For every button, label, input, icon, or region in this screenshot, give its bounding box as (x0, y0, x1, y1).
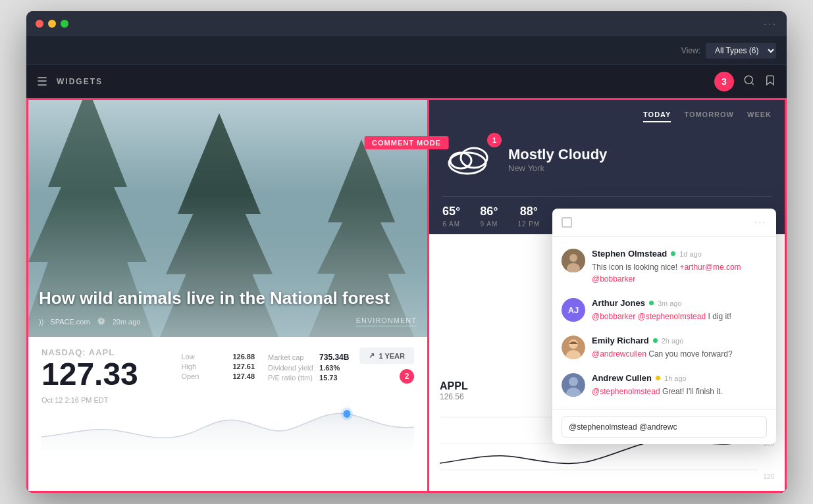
weather-tabs: TODAY TOMORROW WEEK (442, 111, 772, 122)
comment-panel: ··· (552, 209, 776, 444)
status-dot-arthur (649, 301, 654, 305)
stock-stats: Low 126.88 High 127.61 Open (181, 353, 349, 384)
mention-bobbarker-1: @bobbarker (592, 274, 635, 284)
svg-point-3 (341, 407, 354, 420)
widgets-label: WIDGETS (57, 77, 103, 86)
pe-value: 15.73 (319, 374, 338, 382)
text-arthur: @bobbarker @stephenolmstead I dig it! (592, 311, 767, 322)
high-row: High 127.61 (181, 363, 255, 370)
article-footer: )) SPACE.com 🕐 20m ago ENVIRONMENT (39, 316, 417, 326)
menu-icon[interactable]: ··· (764, 18, 777, 29)
stock-price: 127.33 (41, 357, 138, 392)
view-label: View: (681, 46, 700, 55)
avatar-stephen (562, 249, 585, 272)
more-options-icon[interactable]: ··· (754, 216, 767, 228)
stat-group-left: Low 126.88 High 127.61 Open (181, 353, 255, 382)
weather-info: Mostly Cloudy New York (508, 146, 607, 173)
close-dot[interactable] (36, 20, 43, 28)
bookmark-icon[interactable] (764, 74, 776, 89)
comment-meta-emily: Emily Richard 2h ago (592, 336, 767, 345)
avatar-arthur: AJ (562, 298, 585, 322)
comment-list: Stephen Olmstead 1d ago This icon is loo… (552, 237, 776, 409)
high-value: 127.61 (232, 363, 255, 370)
svg-point-0 (745, 76, 752, 84)
avatar-emily (562, 336, 585, 359)
author-arthur: Arthur Jones (592, 298, 645, 308)
app-window: ··· View: All Types (6) COMMENT MODE ☰ W… (26, 11, 787, 493)
comment-body-emily: Emily Richard 2h ago @andrewcullen Can y… (592, 336, 767, 360)
time-andrew: 1h ago (664, 374, 687, 382)
weather-badge: 1 (487, 133, 502, 147)
comment-mode-banner: COMMENT MODE (364, 136, 449, 149)
time-stephen: 1d ago (679, 250, 702, 258)
tab-tomorrow[interactable]: TOMORROW (684, 111, 734, 122)
comment-item: Stephen Olmstead 1d ago This icon is loo… (552, 242, 776, 291)
source-name: SPACE.com (50, 318, 90, 326)
open-label: Open (181, 372, 227, 380)
open-value: 127.48 (232, 372, 255, 380)
market-cap-label: Market cap (268, 353, 314, 361)
text-stephen: This icon is looking nice! +arthur@me.co… (592, 261, 767, 285)
mention-stephenolmstead-1: @stephenolmstead (638, 312, 706, 321)
text-emily: @andrewcullen Can you move forward? (592, 348, 767, 360)
market-cap-row: Market cap 735.34B (268, 353, 349, 362)
div-yield-row: Dividend yield 1.63% (268, 364, 349, 372)
chart-time-button[interactable]: ↗ 1 YEAR (359, 347, 414, 364)
notification-badge[interactable]: 3 (714, 72, 734, 91)
temp-6am: 65° 6 AM (442, 205, 460, 228)
pe-label: P/E ratio (ttm) (268, 374, 314, 382)
main-content: How wild animals live in the National fo… (26, 98, 787, 493)
weather-condition: Mostly Cloudy (508, 146, 607, 163)
low-row: Low 126.88 (181, 353, 255, 361)
view-selector[interactable]: All Types (6) (706, 43, 776, 59)
source-time: 20m ago (113, 318, 141, 326)
cloud-icon-area: 1 (442, 138, 495, 180)
article-section: How wild animals live in the National fo… (28, 100, 427, 337)
stock-left: NASDAQ: AAPL 127.33 Oct 12 2:16 PM EDT (41, 347, 138, 404)
avatar-initials-arthur: AJ (568, 305, 579, 315)
right-stock-left: APPL 126.56 (440, 380, 468, 401)
avatar-initials-stephen (562, 249, 585, 272)
comment-meta-stephen: Stephen Olmstead 1d ago (592, 249, 767, 259)
maximize-dot[interactable] (61, 20, 68, 28)
temp-12pm: 88° 12 PM (517, 205, 540, 228)
wave-chart (41, 397, 414, 450)
time-arthur: 3m ago (658, 299, 682, 307)
comment-header: ··· (552, 209, 776, 237)
author-andrew: Andrew Cullen (592, 373, 652, 383)
temp-6am-label: 6 AM (442, 220, 460, 228)
market-cap-value: 735.34B (319, 353, 349, 362)
right-stock-symbol: APPL (440, 380, 468, 392)
article-source: )) SPACE.com 🕐 20m ago (39, 317, 140, 326)
author-emily: Emily Richard (592, 336, 649, 345)
cloud-icon (442, 138, 495, 178)
temp-9am-value: 86° (480, 205, 498, 218)
temp-9am: 86° 9 AM (480, 205, 498, 228)
select-checkbox[interactable] (562, 217, 572, 228)
temp-12pm-value: 88° (517, 205, 540, 218)
app-bar-left: ☰ WIDGETS (37, 74, 103, 89)
tab-week[interactable]: WEEK (747, 111, 772, 122)
comment-meta-arthur: Arthur Jones 3m ago (592, 298, 767, 308)
search-icon[interactable] (743, 74, 755, 89)
hamburger-icon[interactable]: ☰ (37, 74, 47, 89)
mention-bobbarker-2: @bobbarker (592, 312, 635, 321)
app-bar-right: 3 (714, 72, 776, 91)
left-panel: How wild animals live in the National fo… (26, 98, 429, 493)
comment-meta-andrew: Andrew Cullen 1h ago (592, 373, 767, 383)
text-andrew: @stephenolmstead Great! I'll finish it. (592, 386, 767, 397)
badge-2: 2 (400, 369, 414, 384)
comment-item: AJ Arthur Jones 3m ago @bobbarker @steph… (552, 291, 776, 329)
svg-point-4 (449, 153, 486, 174)
low-label: Low (181, 353, 227, 361)
comment-item: Emily Richard 2h ago @andrewcullen Can y… (552, 329, 776, 366)
author-stephen: Stephen Olmstead (592, 249, 667, 259)
weather-main: 1 Mostly Cloudy New York (442, 132, 772, 187)
minimize-dot[interactable] (48, 20, 56, 28)
tab-today[interactable]: TODAY (643, 111, 671, 122)
comment-input[interactable] (562, 416, 767, 438)
y-label-120: 120 (763, 473, 774, 480)
stock-symbol: NASDAQ: AAPL (41, 347, 138, 357)
high-label: High (181, 363, 227, 370)
avatar-andrew (562, 373, 585, 397)
